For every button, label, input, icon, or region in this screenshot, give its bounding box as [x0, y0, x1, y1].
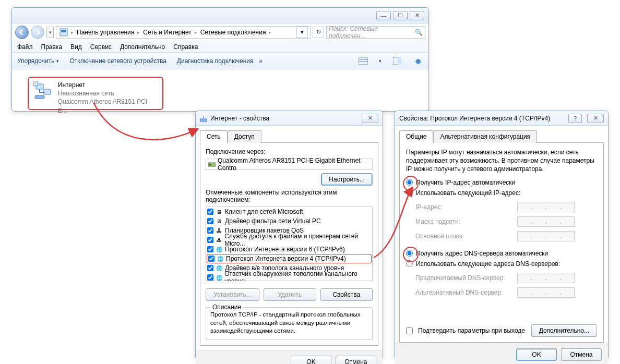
component-checkbox[interactable] — [207, 237, 213, 243]
tab-alternate[interactable]: Альтернативная конфигурация — [433, 130, 537, 143]
breadcrumb[interactable]: ▸ Панель управления ▸ Сеть и Интернет ▸ … — [56, 26, 311, 39]
radio-ip-manual-label: Использовать следующий IP-адрес: — [416, 189, 520, 197]
client-icon: 🖥 — [216, 208, 223, 215]
search-placeholder: Поиск: Сетевые подключен... — [329, 25, 415, 40]
menu-bar: Файл Правка Вид Сервис Дополнительно Спр… — [12, 41, 428, 53]
preview-pane-button[interactable] — [392, 56, 402, 66]
component-checkbox[interactable] — [207, 246, 213, 252]
component-checkbox[interactable] — [207, 265, 213, 271]
mask-input: ... — [517, 216, 575, 227]
ok-button[interactable]: OK — [516, 348, 557, 361]
menu-service[interactable]: Сервис — [90, 43, 112, 51]
validate-checkbox[interactable] — [406, 327, 413, 334]
list-item: 🌐Ответчик обнаружения топологии канально… — [206, 273, 372, 281]
nic-icon — [208, 161, 216, 167]
tab-general[interactable]: Общие — [399, 130, 433, 143]
list-item: 🖧Служба доступа к файлам и принтерам сет… — [206, 235, 372, 245]
install-button[interactable]: Установить... — [206, 288, 259, 301]
radio-ip-auto[interactable] — [406, 179, 413, 186]
list-item: 🖥Клиент для сетей Microsoft — [206, 207, 372, 216]
radio-dns-auto-label: Получить адрес DNS-сервера автоматически — [416, 250, 548, 257]
breadcrumb-item[interactable]: Сеть и Интернет — [142, 29, 192, 36]
connection-properties-dialog: Интернет - свойства ✕ Сеть Доступ Подклю… — [195, 111, 383, 360]
components-list[interactable]: 🖥Клиент для сетей Microsoft 🖥Драйвер фил… — [206, 207, 373, 281]
breadcrumb-item[interactable]: Сетевые подключения — [199, 29, 267, 36]
breadcrumb-dropdown[interactable]: ▾ — [296, 27, 308, 38]
help-button[interactable]: ◉ — [413, 56, 423, 66]
tab-access[interactable]: Доступ — [228, 130, 261, 143]
configure-button[interactable]: Настроить... — [321, 173, 373, 186]
svg-rect-2 — [359, 57, 368, 65]
mask-label: Маска подсети: — [415, 218, 517, 225]
dialog-titlebar: Свойства: Протокол Интернета версии 4 (T… — [395, 111, 608, 126]
description-groupbox: Описание Протокол TCP/IP - стандартный п… — [206, 307, 373, 340]
connection-name: Интернет — [58, 81, 158, 89]
properties-button[interactable]: Свойства — [320, 288, 373, 301]
nav-history-dropdown[interactable]: ▾ — [46, 27, 54, 38]
window-titlebar: — ☐ ✕ — [12, 8, 428, 23]
breadcrumb-item[interactable]: Панель управления — [76, 29, 135, 36]
explorer-window: — ☐ ✕ ▾ ▸ Панель управления ▸ Сеть и Инт… — [11, 7, 429, 112]
dns-radio-group: Получить адрес DNS-сервера автоматически… — [406, 250, 597, 298]
tab-panel-network: Подключение через: Qualcomm Atheros AR81… — [200, 142, 378, 346]
connect-via-label: Подключение через: — [206, 148, 373, 155]
menu-help[interactable]: Справка — [173, 43, 198, 51]
driver-icon: 🖥 — [216, 217, 223, 225]
protocol-icon: 🌐 — [217, 255, 224, 262]
refresh-button[interactable]: ↻ — [313, 27, 324, 38]
menu-edit[interactable]: Правка — [41, 43, 63, 51]
radio-dns-manual-label: Использовать следующие адреса DNS-сервер… — [416, 260, 560, 268]
menu-view[interactable]: Вид — [70, 43, 82, 51]
component-checkbox[interactable] — [207, 274, 213, 281]
search-input[interactable]: Поиск: Сетевые подключен... 🔍 — [326, 26, 425, 39]
remove-button[interactable]: Удалить — [264, 288, 316, 301]
close-button[interactable]: ✕ — [362, 114, 378, 123]
cancel-button[interactable]: Отмена — [336, 356, 376, 365]
dialog-title: Интернет - свойства — [210, 115, 356, 122]
component-checkbox[interactable] — [208, 256, 214, 262]
gateway-input: ... — [517, 231, 575, 241]
dialog-title: Свойства: Протокол Интернета версии 4 (T… — [399, 115, 563, 122]
maximize-button[interactable]: ☐ — [393, 11, 408, 20]
close-button[interactable]: ✕ — [587, 114, 604, 123]
tab-network[interactable]: Сеть — [200, 130, 228, 143]
cancel-button[interactable]: Отмена — [561, 348, 602, 361]
help-button[interactable]: ? — [568, 114, 582, 123]
connection-device: Qualcomm Atheros AR8151 PCI-E... — [58, 98, 158, 114]
search-icon: 🔍 — [415, 29, 423, 36]
view-mode-button[interactable] — [358, 56, 368, 66]
radio-ip-manual[interactable] — [406, 189, 413, 196]
menu-extra[interactable]: Дополнительно — [120, 43, 165, 51]
component-checkbox[interactable] — [207, 218, 213, 224]
minimize-button[interactable]: — — [376, 11, 391, 20]
radio-dns-manual[interactable] — [406, 260, 413, 267]
menu-file[interactable]: Файл — [17, 43, 33, 51]
list-item-tcpipv4: 🌐Протокол Интернета версии 4 (TCP/IPv4) — [207, 254, 372, 263]
component-checkbox[interactable] — [207, 227, 213, 234]
tabset: Общие Альтернативная конфигурация — [399, 130, 604, 142]
responder-icon: 🌐 — [216, 274, 222, 281]
nav-row: ▾ ▸ Панель управления ▸ Сеть и Интернет … — [12, 23, 428, 41]
dialog-footer: OK Отмена — [196, 350, 383, 364]
toolbar: Упорядочить ▾ Отключение сетевого устрой… — [12, 53, 428, 69]
connection-text: Интернет Неопознанная сеть Qualcomm Athe… — [58, 81, 158, 106]
qos-icon: 🖧 — [216, 227, 223, 234]
validate-label: Подтвердить параметры при выходе — [418, 327, 526, 334]
connection-icon: ✓ — [33, 81, 54, 102]
components-label: Отмеченные компоненты используются этим … — [206, 189, 373, 203]
toolbar-diagnose[interactable]: Диагностика подключения » — [177, 57, 263, 65]
close-button[interactable]: ✕ — [410, 11, 424, 20]
advanced-button[interactable]: Дополнительно... — [531, 324, 597, 337]
radio-dns-auto[interactable] — [406, 250, 413, 257]
forward-button[interactable] — [31, 26, 44, 39]
component-checkbox[interactable] — [207, 209, 213, 215]
adapter-icon — [200, 115, 207, 122]
control-panel-icon — [58, 27, 69, 38]
description-text: Протокол TCP/IP - стандартный протокол г… — [210, 311, 368, 335]
toolbar-organize[interactable]: Упорядочить ▾ — [17, 57, 59, 65]
driver-icon: 🌐 — [216, 264, 223, 272]
network-connection-item[interactable]: ✓ Интернет Неопознанная сеть Qualcomm At… — [28, 77, 163, 110]
back-button[interactable] — [15, 26, 29, 39]
toolbar-disable-device[interactable]: Отключение сетевого устройства — [69, 57, 166, 65]
ok-button[interactable]: OK — [291, 356, 331, 365]
